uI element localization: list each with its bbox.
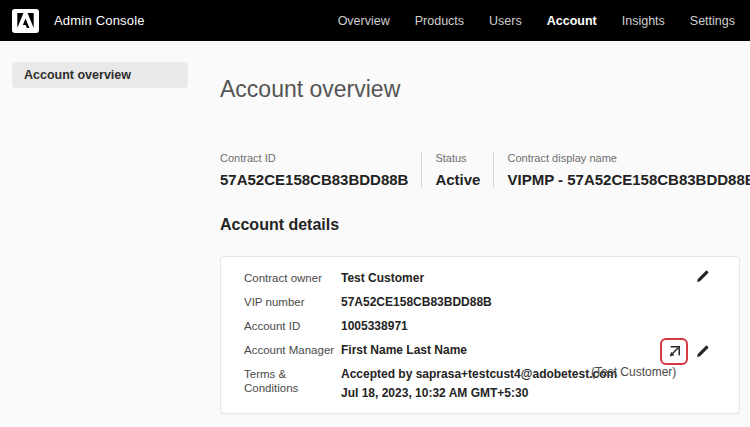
pencil-icon	[696, 269, 710, 283]
display-name-block: Contract display name VIPMP - 57A52CE158…	[507, 152, 750, 188]
row-label: Account Manager	[244, 343, 341, 357]
summary-divider	[421, 152, 422, 188]
status-label: Status	[435, 152, 480, 164]
account-details-card: Contract owner Test Customer VIP number …	[220, 256, 740, 414]
top-header: Admin Console Overview Products Users Ac…	[0, 0, 750, 41]
account-manager-open-button[interactable]	[667, 344, 682, 359]
row-label: Contract owner	[244, 271, 341, 285]
display-name-value: VIPMP - 57A52CE158CB83BDD88B	[507, 171, 750, 188]
nav-item-insights[interactable]: Insights	[622, 14, 665, 28]
nav-item-users[interactable]: Users	[489, 14, 522, 28]
status-value: Active	[435, 171, 480, 188]
adobe-logo[interactable]	[12, 9, 39, 33]
sidebar-item-label: Account overview	[24, 68, 131, 82]
table-row-contract-owner: Contract owner Test Customer	[244, 271, 739, 285]
row-label: Account ID	[244, 319, 341, 333]
terms-accepted-by: Accepted by saprasa+testcust4@adobetest.…	[341, 367, 617, 381]
app-title: Admin Console	[54, 13, 145, 28]
row-value: Accepted by saprasa+testcust4@adobetest.…	[341, 367, 617, 400]
status-block: Status Active	[435, 152, 480, 188]
table-row-account-id: Account ID 1005338971	[244, 319, 739, 333]
open-in-icon	[667, 344, 682, 359]
row-value: First Name Last Name	[341, 343, 467, 357]
sidebar-item-account-overview[interactable]: Account overview	[12, 62, 188, 88]
summary-divider	[493, 152, 494, 188]
row-value: Test Customer	[341, 271, 424, 285]
nav-item-settings[interactable]: Settings	[690, 14, 735, 28]
edit-contract-owner-button[interactable]	[696, 269, 710, 283]
contract-id-value: 57A52CE158CB83BDD88B	[220, 171, 408, 188]
account-details-title: Account details	[220, 216, 339, 234]
row-value: 57A52CE158CB83BDD88B	[341, 295, 492, 309]
contract-id-block: Contract ID 57A52CE158CB83BDD88B	[220, 152, 408, 188]
nav-item-account[interactable]: Account	[547, 14, 597, 28]
terms-accepted-name: (Test Customer)	[591, 365, 676, 379]
row-label: Terms & Conditions	[244, 367, 341, 400]
table-row-vip-number: VIP number 57A52CE158CB83BDD88B	[244, 295, 739, 309]
terms-accepted-date: Jul 18, 2023, 10:32 AM GMT+5:30	[341, 386, 617, 400]
contract-summary: Contract ID 57A52CE158CB83BDD88B Status …	[220, 152, 750, 188]
display-name-label: Contract display name	[507, 152, 750, 164]
page-title: Account overview	[220, 76, 400, 103]
admin-console-screen: Admin Console Overview Products Users Ac…	[0, 0, 750, 427]
pencil-icon	[696, 344, 710, 358]
top-nav: Overview Products Users Account Insights…	[338, 14, 740, 28]
nav-item-products[interactable]: Products	[415, 14, 464, 28]
nav-item-overview[interactable]: Overview	[338, 14, 390, 28]
adobe-logo-icon	[17, 13, 34, 28]
contract-id-label: Contract ID	[220, 152, 408, 164]
highlight-annotation-box	[660, 338, 688, 365]
row-value: 1005338971	[341, 319, 408, 333]
edit-account-manager-button[interactable]	[696, 344, 710, 358]
row-label: VIP number	[244, 295, 341, 309]
